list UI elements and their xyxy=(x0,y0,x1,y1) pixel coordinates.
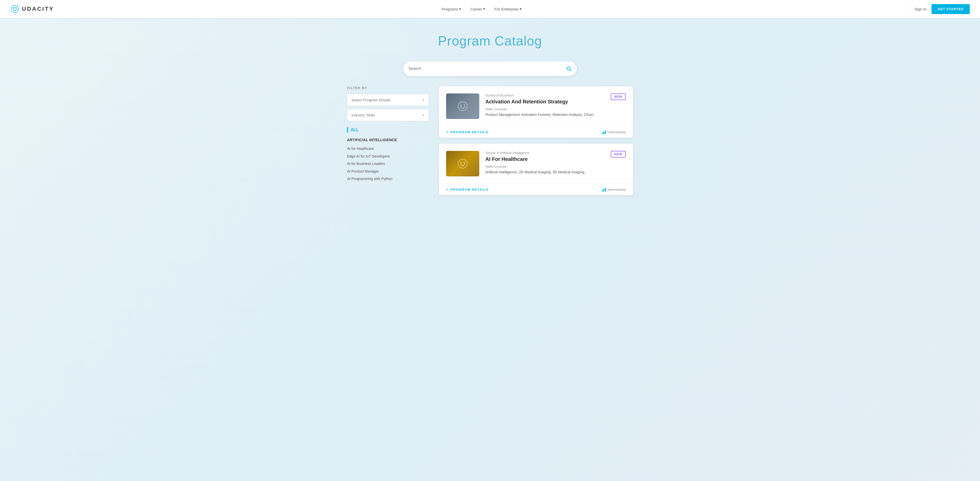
card-title-healthcare: AI For Healthcare xyxy=(485,156,605,162)
card-body-healthcare: School of Artificial Intelligence AI For… xyxy=(439,144,633,183)
udacity-logo-icon xyxy=(10,4,19,14)
select-program-details-label: Select Program Details xyxy=(352,98,390,102)
skills-label-healthcare: Skills Covered xyxy=(485,165,605,169)
program-card-activation: School of Business Activation And Retent… xyxy=(439,86,633,138)
nav-divider xyxy=(912,5,912,13)
svg-line-1 xyxy=(570,70,571,71)
filter-label: FILTER BY xyxy=(347,86,429,90)
card-school-business: School of Business xyxy=(485,94,605,97)
card-badge-healthcare: NEW xyxy=(611,151,626,158)
plus-icon: + xyxy=(446,130,449,134)
hero-section: Program Catalog xyxy=(0,18,980,59)
card-thumbnail-healthcare xyxy=(446,151,479,177)
all-filter-item[interactable]: ALL xyxy=(347,127,429,133)
card-info-activation: School of Business Activation And Retent… xyxy=(485,94,605,118)
nav-right: Sign In GET STARTED xyxy=(915,4,970,14)
sign-in-link[interactable]: Sign In xyxy=(915,7,927,11)
career-chevron-icon: ▾ xyxy=(483,6,485,11)
nav-career[interactable]: Career ▾ xyxy=(470,6,485,11)
skills-text-activation: Product Management, Activation Funnels, … xyxy=(485,112,605,118)
card-body-activation: School of Business Activation And Retent… xyxy=(439,86,633,126)
sidebar-item-ai-healthcare[interactable]: AI for Healthcare xyxy=(347,145,429,153)
search-button[interactable] xyxy=(566,66,572,72)
thumbnail-udacity-icon xyxy=(457,100,468,112)
get-started-button[interactable]: GET STARTED xyxy=(932,4,970,14)
card-badge-activation: NEW xyxy=(611,94,626,100)
card-footer-healthcare: + PROGRAM DETAILS Intermediate xyxy=(439,183,633,195)
card-title-activation: Activation And Retention Strategy xyxy=(485,99,605,105)
sidebar-item-ai-business[interactable]: AI for Business Leaders xyxy=(347,160,429,168)
select-program-details-dropdown[interactable]: Select Program Details ▾ xyxy=(347,94,429,106)
card-thumbnail-activation xyxy=(446,94,479,119)
search-box xyxy=(403,61,577,76)
difficulty-icon-activation xyxy=(602,130,606,134)
sidebar-item-edge-ai[interactable]: Edge AI for IoT Developers xyxy=(347,153,429,160)
search-input[interactable] xyxy=(408,66,566,71)
all-filter-bar xyxy=(347,127,348,133)
all-filter-section: ALL xyxy=(347,127,429,133)
skills-label-activation: Skills Covered xyxy=(485,107,605,111)
enterprise-chevron-icon: ▾ xyxy=(520,6,522,11)
program-details-button-healthcare[interactable]: + PROGRAM DETAILS xyxy=(446,188,488,191)
nav-links: Programs ▾ Career ▾ For Enterprise ▾ xyxy=(442,6,522,11)
nav-enterprise[interactable]: For Enterprise ▾ xyxy=(494,6,522,11)
programs-chevron-icon: ▾ xyxy=(459,6,461,11)
thumbnail-udacity-icon-ai xyxy=(457,158,468,169)
program-details-button-activation[interactable]: + PROGRAM DETAILS xyxy=(446,130,488,134)
navbar: UDACITY Programs ▾ Career ▾ For Enterpri… xyxy=(0,0,980,18)
industry-skills-chevron-icon: ▾ xyxy=(423,113,425,117)
page-title: Program Catalog xyxy=(5,33,975,48)
program-details-chevron-icon: ▾ xyxy=(423,98,425,102)
difficulty-badge-activation: Intermediate xyxy=(602,130,626,134)
nav-programs[interactable]: Programs ▾ xyxy=(442,6,461,11)
logo-text: UDACITY xyxy=(22,6,54,12)
difficulty-icon-healthcare xyxy=(602,187,606,191)
difficulty-badge-healthcare: Intermediate xyxy=(602,187,626,191)
industry-skills-dropdown[interactable]: Industry Skills ▾ xyxy=(347,109,429,121)
sidebar-item-ai-python[interactable]: AI Programming with Python xyxy=(347,175,429,183)
industry-skills-label: Industry Skills xyxy=(352,113,375,117)
cards-area: School of Business Activation And Retent… xyxy=(439,86,633,201)
difficulty-label-activation: Intermediate xyxy=(608,130,626,134)
plus-icon-healthcare: + xyxy=(446,188,449,191)
category-title: ARTIFICIAL INTELLIGENCE xyxy=(347,138,429,142)
sidebar-item-ai-product-manager[interactable]: AI Product Manager xyxy=(347,168,429,175)
skills-text-healthcare: Artificial Intelligence, 2D Medical Imag… xyxy=(485,169,605,175)
sidebar: FILTER BY Select Program Details ▾ Indus… xyxy=(347,86,429,201)
card-info-healthcare: School of Artificial Intelligence AI For… xyxy=(485,151,605,175)
card-school-ai: School of Artificial Intelligence xyxy=(485,151,605,155)
card-footer-activation: + PROGRAM DETAILS Intermediate xyxy=(439,126,633,138)
logo[interactable]: UDACITY xyxy=(10,4,54,14)
search-icon xyxy=(566,66,572,72)
all-filter-label: ALL xyxy=(351,127,359,132)
program-card-healthcare: School of Artificial Intelligence AI For… xyxy=(439,144,633,195)
main-layout: FILTER BY Select Program Details ▾ Indus… xyxy=(337,86,643,217)
search-section xyxy=(0,59,980,86)
difficulty-label-healthcare: Intermediate xyxy=(608,188,626,191)
